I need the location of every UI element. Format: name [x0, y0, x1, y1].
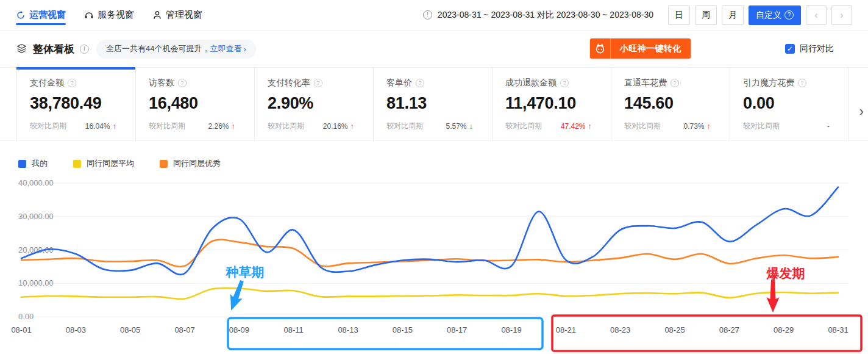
tab-management-view[interactable]: 管理视窗 [152, 0, 202, 31]
change-arrow-icon: ↑ [707, 121, 711, 131]
opportunity-link-label: 立即查看 [210, 43, 241, 54]
legend-swatch [73, 160, 81, 168]
metric-compare-row: 较对比周期 20.16% ↑ [268, 121, 354, 131]
legend-swatch [18, 160, 26, 168]
metric-compare-row: 较对比周期 0.73% ↑ [624, 121, 711, 131]
metric-card[interactable]: 支付转化率 ? 2.90% 较对比周期 20.16% ↑ [254, 68, 373, 140]
period-week-button[interactable]: 周 [695, 5, 717, 25]
metric-compare-row: 较对比周期 47.42% ↑ [505, 121, 592, 131]
x-axis-tick: 08-07 [174, 325, 194, 334]
legend-item[interactable]: 同行同层平均 [73, 158, 134, 169]
metric-card[interactable]: 成功退款金额 ? 11,470.10 较对比周期 47.42% ↑ [492, 68, 611, 140]
x-axis-tick: 08-25 [664, 325, 685, 334]
chevron-right-icon: › [243, 45, 246, 54]
series-line-2 [21, 239, 838, 267]
metric-compare-row: 较对比周期 2.26% ↑ [149, 121, 235, 131]
metric-value: 0.00 [743, 94, 848, 113]
tab-label: 运营视窗 [29, 9, 66, 21]
more-metrics-button[interactable]: › [859, 104, 864, 120]
board-info-icon[interactable]: i [80, 45, 89, 54]
metric-value: 145.60 [624, 94, 730, 113]
annotation-text: 种草期 [226, 265, 265, 279]
legend-item[interactable]: 我的 [18, 158, 48, 169]
metric-cards: 支付金额 ? 38,780.49 较对比周期 16.04% ↑ 访客数 ? 16… [0, 67, 868, 141]
metric-label: 引力魔方花费 [743, 78, 794, 88]
question-icon[interactable]: ? [68, 79, 76, 87]
period-day-button[interactable]: 日 [668, 5, 690, 25]
y-axis-tick: 30,000.00 [18, 212, 54, 221]
metric-card[interactable]: 客单价 ? 81.13 较对比周期 5.57% ↓ [373, 68, 492, 140]
compare-label: 较对比周期 [268, 121, 304, 131]
change-value: 0.73% [683, 122, 704, 131]
compare-label: 较对比周期 [386, 121, 423, 131]
question-icon[interactable]: ? [798, 79, 806, 87]
change-value: 47.42% [561, 122, 586, 131]
metric-compare-row: 较对比周期 5.57% ↓ [386, 121, 473, 131]
question-icon[interactable]: ? [416, 79, 424, 87]
period-month-button[interactable]: 月 [722, 5, 744, 25]
page-title: 整体看板 i [16, 42, 89, 56]
person-icon [152, 10, 162, 20]
metric-title-row: 支付转化率 ? [268, 78, 373, 88]
one-click-convert-label: 小旺神一键转化 [611, 43, 691, 54]
x-axis-tick: 08-09 [229, 325, 249, 334]
x-axis-tick: 08-11 [284, 325, 304, 334]
custom-period-button[interactable]: 自定义 ? [749, 5, 801, 25]
compare-label: 较对比周期 [624, 121, 661, 131]
metric-value: 11,470.10 [505, 94, 611, 113]
legend-label: 同行同层优秀 [173, 158, 221, 169]
x-axis-tick: 08-03 [66, 325, 86, 334]
prev-period-button[interactable]: ‹ [806, 5, 827, 25]
legend-label: 同行同层平均 [87, 158, 134, 169]
metric-title-row: 直通车花费 ? [624, 78, 730, 88]
metric-card[interactable]: 直通车花费 ? 145.60 较对比周期 0.73% ↑ [611, 68, 730, 140]
custom-period-label: 自定义 [756, 10, 781, 21]
legend-item[interactable]: 同行同层优秀 [160, 158, 221, 169]
question-icon[interactable]: ? [671, 79, 679, 87]
change-value: 16.04% [85, 122, 110, 131]
question-icon[interactable]: ? [560, 79, 569, 87]
one-click-convert-button[interactable]: 小旺神一键转化 [590, 38, 691, 59]
metric-value: 81.13 [386, 94, 492, 113]
question-icon[interactable]: ? [178, 79, 187, 87]
metric-card[interactable]: 访客数 ? 16,480 较对比周期 2.26% ↑ [135, 68, 254, 140]
question-icon[interactable]: ? [314, 79, 322, 87]
next-period-button[interactable]: › [831, 5, 852, 25]
legend-swatch [160, 160, 168, 168]
compare-label: 较对比周期 [30, 121, 66, 131]
layers-icon [16, 43, 27, 54]
metric-card[interactable]: 引力魔方花费 ? 0.00 较对比周期 - [730, 68, 848, 140]
series-line-1 [21, 288, 838, 299]
metric-title-row: 支付金额 ? [30, 78, 135, 88]
x-axis-tick: 08-21 [556, 325, 576, 334]
metric-compare-row: 较对比周期 - [743, 121, 830, 131]
monitor-refresh-icon [16, 10, 26, 20]
annotation-box [552, 316, 861, 351]
change-value: 5.57% [446, 122, 466, 131]
change-arrow-icon: ↓ [469, 121, 474, 131]
metric-compare-row: 较对比周期 16.04% ↑ [30, 121, 116, 131]
opportunity-link[interactable]: 立即查看 › [210, 43, 246, 54]
mascot-icon [590, 38, 611, 59]
peer-compare-checkbox[interactable]: ✓ [785, 44, 795, 54]
metric-label: 访客数 [149, 78, 174, 88]
trend-chart-svg: 40,000.0030,000.0020,000.0010,000.000.00… [0, 177, 868, 354]
chart-legend: 我的同行同层平均同行同层优秀 [18, 158, 221, 169]
metric-card[interactable]: 支付金额 ? 38,780.49 较对比周期 16.04% ↑ [16, 68, 135, 140]
metric-label: 直通车花费 [624, 78, 667, 88]
change-value: - [827, 122, 830, 131]
x-axis-tick: 08-05 [120, 325, 140, 334]
change-arrow-icon: ↑ [350, 121, 355, 131]
x-axis-tick: 08-01 [11, 325, 31, 334]
peer-compare-label: 同行对比 [800, 43, 834, 54]
change-arrow-icon: ↑ [113, 121, 117, 131]
series-line-0 [21, 187, 838, 275]
metric-value: 2.90% [268, 94, 373, 113]
tab-operation-view[interactable]: 运营视窗 [16, 0, 66, 31]
change-arrow-icon: ↑ [588, 121, 592, 131]
x-axis-tick: 08-17 [447, 325, 467, 334]
tab-label: 服务视窗 [98, 9, 134, 21]
y-axis-tick: 40,000.00 [18, 178, 54, 187]
annotation-arrow-icon [225, 278, 248, 312]
tab-service-view[interactable]: 服务视窗 [84, 0, 134, 31]
